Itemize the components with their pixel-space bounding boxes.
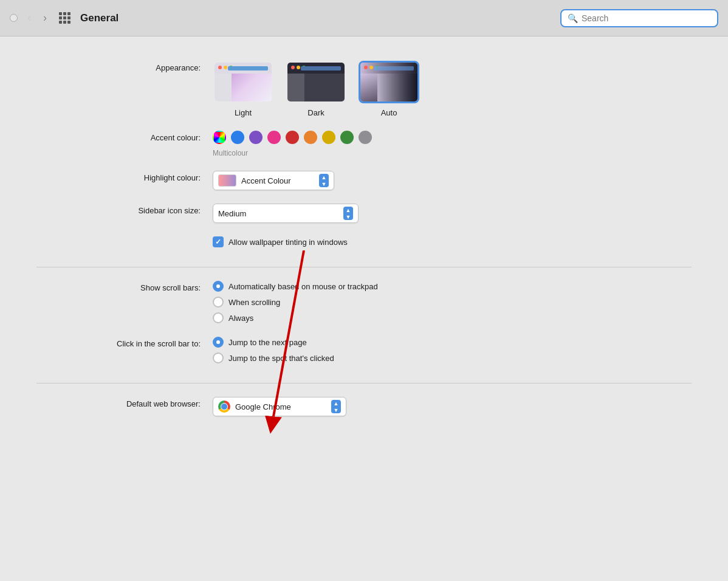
divider-1 [36, 267, 692, 267]
sidebar-icon-size-control: Medium ▲ ▼ [213, 204, 692, 223]
appearance-control: Light [213, 61, 692, 117]
accent-colour-control: Multicolour [213, 131, 692, 157]
click-scroll-radio-group: Jump to the next page Jump to the spot t… [213, 337, 334, 363]
appearance-auto-label: Auto [381, 108, 397, 117]
appearance-thumbnail-dark [286, 61, 346, 103]
wallpaper-tinting-checkbox[interactable]: ✓ Allow wallpaper tinting in windows [213, 236, 348, 247]
show-scroll-bars-control: Automatically based on mouse or trackpad… [213, 281, 692, 323]
radio-next-page-label: Jump to the next page [228, 338, 307, 347]
radio-next-page-circle [213, 337, 224, 348]
search-input[interactable] [582, 13, 711, 23]
sidebar-icon-size-label: Sidebar icon size: [36, 204, 213, 215]
show-scroll-bars-row: Show scroll bars: Automatically based on… [36, 281, 692, 323]
highlight-colour-row: Highlight colour: Accent Colour ▲ ▼ [36, 171, 692, 190]
appearance-options: Light [213, 61, 419, 117]
accent-multicolor[interactable] [213, 131, 226, 144]
scroll-bars-radio-group: Automatically based on mouse or trackpad… [213, 281, 378, 323]
toolbar: ‹ › General 🔍 [0, 0, 728, 36]
click-scroll-bar-control: Jump to the next page Jump to the spot t… [213, 337, 692, 363]
accent-purple[interactable] [249, 131, 263, 144]
accent-red[interactable] [286, 131, 299, 144]
appearance-dark-label: Dark [307, 108, 324, 117]
accent-pink[interactable] [267, 131, 281, 144]
default-web-browser-select[interactable]: Google Chrome ▲ ▼ [213, 397, 346, 416]
appearance-option-light[interactable]: Light [213, 61, 273, 117]
divider-2 [36, 383, 692, 383]
appearance-option-dark[interactable]: Dark [286, 61, 346, 117]
highlight-colour-control: Accent Colour ▲ ▼ [213, 171, 692, 190]
highlight-colour-select[interactable]: Accent Colour ▲ ▼ [213, 171, 334, 190]
grid-view-button[interactable] [57, 10, 73, 26]
scroll-bars-when-scrolling[interactable]: When scrolling [213, 297, 378, 308]
scroll-bars-auto[interactable]: Automatically based on mouse or trackpad [213, 281, 378, 292]
radio-always-label: Always [228, 314, 253, 323]
traffic-light [10, 14, 18, 22]
page-title: General [80, 12, 553, 24]
accent-orange[interactable] [304, 131, 317, 144]
chrome-icon [218, 401, 230, 413]
highlight-colour-label: Highlight colour: [36, 171, 213, 182]
appearance-thumbnail-auto [359, 61, 419, 103]
accent-graphite[interactable] [359, 131, 372, 144]
scroll-bars-always[interactable]: Always [213, 312, 378, 323]
default-web-browser-value: Google Chrome [235, 402, 326, 411]
radio-auto-label: Automatically based on mouse or trackpad [228, 282, 378, 291]
highlight-colour-stepper[interactable]: ▲ ▼ [319, 174, 329, 187]
grid-icon [59, 12, 70, 24]
default-web-browser-stepper[interactable]: ▲ ▼ [331, 400, 341, 413]
search-icon: 🔍 [568, 13, 578, 23]
click-scroll-spot[interactable]: Jump to the spot that's clicked [213, 352, 334, 363]
click-scroll-next-page[interactable]: Jump to the next page [213, 337, 334, 348]
radio-always-circle [213, 312, 224, 323]
radio-spot-circle [213, 352, 224, 363]
appearance-label: Appearance: [36, 61, 213, 72]
accent-yellow[interactable] [322, 131, 335, 144]
wallpaper-tinting-checkbox-label: Allow wallpaper tinting in windows [228, 238, 348, 247]
appearance-light-label: Light [235, 108, 252, 117]
default-web-browser-control: Google Chrome ▲ ▼ [213, 397, 692, 416]
accent-colour-row: Accent colour: Multicolour [36, 131, 692, 157]
back-button[interactable]: ‹ [25, 9, 33, 27]
sidebar-icon-size-select[interactable]: Medium ▲ ▼ [213, 204, 359, 223]
search-box[interactable]: 🔍 [560, 9, 718, 27]
click-scroll-bar-row: Click in the scroll bar to: Jump to the … [36, 337, 692, 363]
highlight-colour-value: Accent Colour [241, 176, 314, 185]
forward-button[interactable]: › [41, 9, 49, 27]
appearance-row: Appearance: [36, 61, 692, 117]
check-mark: ✓ [215, 238, 221, 246]
checkbox-box: ✓ [213, 236, 224, 247]
sidebar-icon-size-stepper[interactable]: ▲ ▼ [343, 207, 353, 220]
default-web-browser-row: Default web browser: Google Chrome ▲ ▼ [36, 397, 692, 416]
accent-green[interactable] [340, 131, 354, 144]
wallpaper-tinting-label [36, 236, 213, 239]
appearance-thumbnail-light [213, 61, 273, 103]
click-scroll-bar-label: Click in the scroll bar to: [36, 337, 213, 348]
accent-colour-label: Accent colour: [36, 131, 213, 142]
wallpaper-tinting-row: ✓ Allow wallpaper tinting in windows [36, 236, 692, 247]
settings-content: Appearance: [0, 36, 728, 454]
sidebar-icon-size-row: Sidebar icon size: Medium ▲ ▼ [36, 204, 692, 223]
highlight-swatch [218, 174, 236, 187]
accent-colors [213, 131, 372, 144]
radio-scrolling-circle [213, 297, 224, 308]
show-scroll-bars-label: Show scroll bars: [36, 281, 213, 292]
appearance-option-auto[interactable]: Auto [359, 61, 419, 117]
content-area: Appearance: [0, 36, 728, 454]
radio-spot-label: Jump to the spot that's clicked [228, 354, 334, 363]
default-web-browser-label: Default web browser: [36, 397, 213, 408]
radio-scrolling-label: When scrolling [228, 298, 280, 307]
radio-auto-circle [213, 281, 224, 292]
sidebar-icon-size-value: Medium [218, 209, 338, 218]
wallpaper-tinting-control: ✓ Allow wallpaper tinting in windows [213, 236, 692, 247]
accent-blue[interactable] [231, 131, 244, 144]
accent-selected-label: Multicolour [213, 149, 248, 157]
